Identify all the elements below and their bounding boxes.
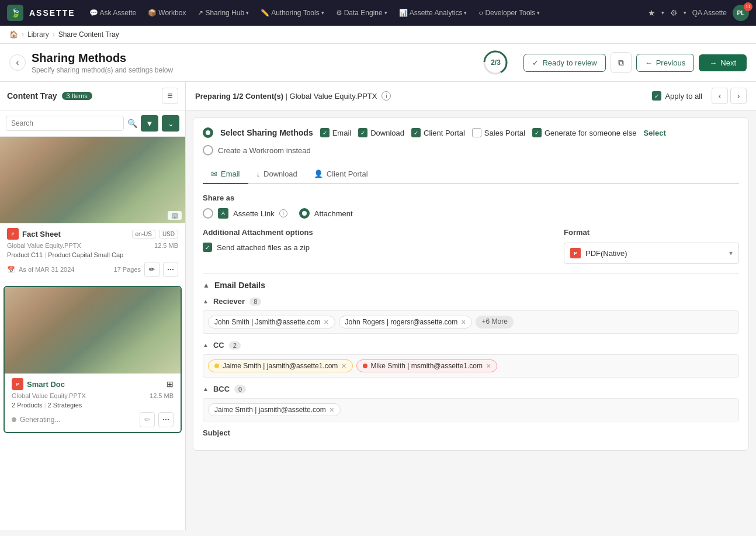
nav-favorites-arrow[interactable]: ▾: [661, 10, 664, 16]
method-generate: ✓ Generate for someone else: [532, 128, 637, 137]
email-details-section: ▲ Email Details ▲ Reciever 8 John Smith …: [203, 273, 739, 437]
nav-arrows: ‹ ›: [712, 88, 747, 104]
ready-to-review-button[interactable]: ✓ Ready to review: [523, 54, 605, 72]
item1-products: Product C11 | Product Capital Small Cap: [7, 251, 178, 258]
tabs-row: ✉ Email ↓ Download 👤 Client Portal: [203, 165, 739, 184]
preparing-text: Preparing 1/2 Content(s) | Global Value …: [195, 92, 377, 101]
nav-item-authoring[interactable]: ✏️ Authoring Tools ▾: [256, 6, 329, 19]
filter-button[interactable]: ▼: [141, 115, 158, 132]
step-indicator: 2/3: [483, 50, 508, 75]
item2-more-btn[interactable]: ⋯: [158, 412, 174, 427]
breadcrumb-home[interactable]: 🏠: [9, 30, 18, 39]
nav-item-workbox[interactable]: 📦 Workbox: [143, 6, 190, 19]
prev-content-button[interactable]: ‹: [712, 88, 728, 104]
next-arrow-icon: →: [709, 58, 717, 67]
item2-edit-btn[interactable]: ✏: [140, 412, 155, 427]
item1-date: As of MAR 31 2024: [19, 266, 78, 273]
tab-download[interactable]: ↓ Download: [248, 165, 306, 184]
sales-portal-checkbox[interactable]: [472, 128, 481, 137]
tab-email[interactable]: ✉ Email: [203, 165, 248, 184]
assette-link-info[interactable]: i: [279, 209, 287, 217]
more-receivers-tag[interactable]: +6 More: [476, 316, 513, 328]
att-options-title: Additional Attachment options: [203, 228, 550, 237]
item1-pages: 17 Pages: [82, 266, 141, 273]
email-checkbox[interactable]: ✓: [320, 128, 330, 137]
bcc-header[interactable]: ▲ BCC 0: [203, 385, 739, 393]
item1-image: 🏢: [0, 137, 185, 223]
nav-favorites[interactable]: ★: [644, 6, 659, 20]
remove-bcc-1[interactable]: ×: [330, 406, 334, 414]
format-title: Format: [564, 228, 739, 237]
apply-checkbox[interactable]: ✓: [652, 91, 661, 101]
subject-section: Subject: [203, 428, 739, 437]
bcc-chevron-icon: ▲: [203, 386, 209, 392]
previous-button[interactable]: ← Previous: [636, 54, 695, 72]
nav-item-sharing-hub[interactable]: ↗ Sharing Hub ▾: [193, 6, 254, 19]
nav-item-ask[interactable]: 💬 Ask Assette: [85, 6, 141, 19]
generate-checkbox[interactable]: ✓: [532, 128, 542, 137]
page-title: Sharing Methods: [32, 51, 477, 65]
search-input[interactable]: [6, 116, 124, 131]
share-as-section: Share as A Assette Link i Attachment: [203, 193, 739, 219]
search-icon: 🔍: [127, 119, 137, 128]
tray-title: Content Tray: [7, 91, 57, 101]
main-content: Content Tray 3 Items ≡ 🔍 ▼ ⌄ 🏢: [0, 82, 756, 530]
item2-filename: Global Value Equity.PPTX: [12, 392, 86, 399]
tray-count-badge: 3 Items: [62, 92, 92, 100]
email-details-header[interactable]: ▲ Email Details: [203, 281, 739, 290]
next-content-button[interactable]: ›: [730, 88, 747, 104]
download-checkbox[interactable]: ✓: [358, 128, 367, 137]
bcc-tags: Jaime Smith | jasmith@assette.com ×: [203, 398, 739, 421]
remove-cc-1[interactable]: ×: [341, 362, 346, 370]
tab-client-portal[interactable]: 👤 Client Portal: [306, 165, 376, 184]
back-button[interactable]: ‹: [9, 54, 26, 71]
nav-settings[interactable]: ⚙: [667, 6, 681, 20]
item1-more-btn[interactable]: ⋯: [163, 262, 178, 277]
item2-info: P Smart Doc ⊞ Global Value Equity.PPTX 1…: [5, 374, 181, 432]
client-portal-checkbox[interactable]: ✓: [411, 128, 421, 137]
remove-receiver-1[interactable]: ×: [324, 318, 328, 326]
assette-link-radio[interactable]: [203, 208, 213, 219]
item1-edit-btn[interactable]: ✏: [144, 262, 159, 277]
subject-label: Subject: [203, 428, 739, 437]
format-select[interactable]: P PDF(Native) ▾: [564, 243, 739, 264]
select-radio[interactable]: [203, 127, 213, 138]
zip-row: ✓ Send attached files as a zip: [203, 243, 550, 252]
assette-link-icon: A: [218, 208, 228, 219]
breadcrumb-library[interactable]: Library: [27, 30, 49, 39]
workroom-radio[interactable]: [203, 145, 213, 155]
breadcrumb-sep1: ›: [22, 30, 24, 39]
attachment-radio[interactable]: [299, 208, 310, 219]
tray-item-smart-doc[interactable]: P Smart Doc ⊞ Global Value Equity.PPTX 1…: [4, 286, 182, 433]
preparing-info-icon[interactable]: i: [382, 91, 391, 101]
select-link[interactable]: Select: [644, 129, 666, 137]
left-tray: Content Tray 3 Items ≡ 🔍 ▼ ⌄ 🏢: [0, 82, 186, 530]
tray-item-fact-sheet[interactable]: 🏢 P Fact Sheet en-US USD Global Value Eq…: [0, 137, 185, 282]
cc-tags: Jaime Smith | jasmith@assette1.com × Mik…: [203, 354, 739, 378]
format-value: PDF(Native): [585, 249, 724, 258]
next-button[interactable]: → Next: [699, 54, 747, 71]
nav-settings-arrow[interactable]: ▾: [684, 10, 686, 16]
nav-item-analytics[interactable]: 📊 Assette Analytics ▾: [394, 6, 472, 19]
cc2-error-dot: [363, 364, 367, 368]
pptx-icon: P: [7, 228, 19, 240]
select-sharing-methods-row: Select Sharing Methods ✓ Email ✓ Downloa…: [203, 127, 739, 138]
cc-header[interactable]: ▲ CC 2: [203, 341, 739, 350]
receiver-chevron-icon: ▲: [203, 298, 209, 305]
nav-logo-icon: 🍃: [11, 8, 20, 18]
remove-cc-2[interactable]: ×: [486, 362, 491, 370]
tray-menu-button[interactable]: ≡: [162, 88, 178, 104]
receiver-header[interactable]: ▲ Reciever 8: [203, 297, 739, 306]
sort-button[interactable]: ⌄: [162, 115, 179, 132]
format-section: Format P PDF(Native) ▾: [564, 228, 739, 264]
nav-item-data-engine[interactable]: ⚙ Data Engine ▾: [331, 6, 392, 19]
prev-arrow-icon: ←: [645, 58, 653, 67]
calendar-icon: 📅: [7, 266, 15, 274]
nav-item-dev-tools[interactable]: ‹› Developer Tools ▾: [474, 6, 545, 19]
remove-receiver-2[interactable]: ×: [461, 318, 466, 326]
item1-lang: en-US: [132, 230, 155, 238]
nav-user-label: QA Assette: [689, 9, 730, 17]
copy-button[interactable]: ⧉: [611, 52, 632, 73]
nav-avatar[interactable]: PL 11: [733, 5, 749, 21]
zip-checkbox[interactable]: ✓: [203, 243, 212, 252]
